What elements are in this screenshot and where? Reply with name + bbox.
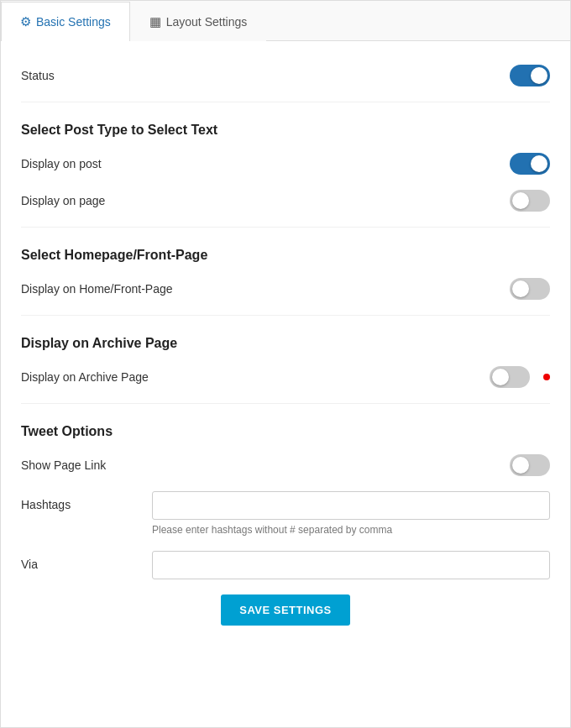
- archive-red-dot: [543, 374, 550, 380]
- post-type-section-title: Select Post Type to Select Text: [21, 123, 550, 138]
- display-on-home-label: Display on Home/Front-Page: [21, 282, 173, 296]
- display-on-page-slider: [510, 190, 550, 212]
- show-page-link-slider: [510, 454, 550, 476]
- display-on-home-row: Display on Home/Front-Page: [21, 278, 550, 300]
- via-input-wrap: [152, 551, 550, 579]
- divider-3: [21, 315, 550, 316]
- display-on-post-row: Display on post: [21, 153, 550, 175]
- layout-icon: ▦: [149, 14, 161, 29]
- archive-section-title: Display on Archive Page: [21, 336, 550, 351]
- divider-1: [21, 102, 550, 102]
- status-row: Status: [21, 65, 550, 86]
- display-on-post-label: Display on post: [21, 157, 102, 170]
- status-slider: [510, 65, 550, 86]
- homepage-section-title: Select Homepage/Front-Page: [21, 248, 550, 263]
- display-on-archive-label: Display on Archive Page: [21, 370, 149, 384]
- hashtags-input-wrap: Please enter hashtags without # separate…: [152, 491, 550, 536]
- hashtags-label: Hashtags: [21, 491, 139, 511]
- gear-icon: ⚙: [20, 14, 31, 29]
- show-page-link-toggle[interactable]: [510, 454, 550, 476]
- status-toggle[interactable]: [510, 65, 550, 86]
- via-row: Via: [21, 551, 550, 579]
- show-page-link-label: Show Page Link: [21, 458, 106, 472]
- tweet-options-section-title: Tweet Options: [21, 424, 550, 439]
- tab-basic-label: Basic Settings: [36, 15, 111, 29]
- via-label: Via: [21, 551, 139, 571]
- save-settings-button[interactable]: SAVE SETTINGS: [221, 594, 350, 626]
- via-input[interactable]: [152, 551, 550, 579]
- show-page-link-row: Show Page Link: [21, 454, 550, 476]
- tab-basic-settings[interactable]: ⚙ Basic Settings: [1, 2, 130, 41]
- divider-4: [21, 403, 550, 404]
- display-on-home-slider: [510, 278, 550, 300]
- display-on-post-toggle[interactable]: [510, 153, 550, 175]
- display-on-page-toggle[interactable]: [510, 190, 550, 212]
- display-on-archive-row: Display on Archive Page: [21, 366, 550, 388]
- divider-2: [21, 227, 550, 228]
- display-on-archive-slider: [490, 366, 530, 388]
- tab-layout-label: Layout Settings: [166, 15, 248, 29]
- status-label: Status: [21, 69, 55, 82]
- hashtags-row: Hashtags Please enter hashtags without #…: [21, 491, 550, 536]
- hashtags-input[interactable]: [152, 491, 550, 520]
- display-on-post-slider: [510, 153, 550, 175]
- tab-layout-settings[interactable]: ▦ Layout Settings: [130, 2, 267, 41]
- tabs-bar: ⚙ Basic Settings ▦ Layout Settings: [1, 1, 570, 41]
- display-on-archive-toggle[interactable]: [490, 366, 530, 388]
- hashtags-hint: Please enter hashtags without # separate…: [152, 524, 550, 536]
- settings-content: Status Select Post Type to Select Text D…: [1, 41, 570, 649]
- display-on-page-label: Display on page: [21, 194, 105, 207]
- display-on-home-toggle[interactable]: [510, 278, 550, 300]
- display-on-page-row: Display on page: [21, 190, 550, 212]
